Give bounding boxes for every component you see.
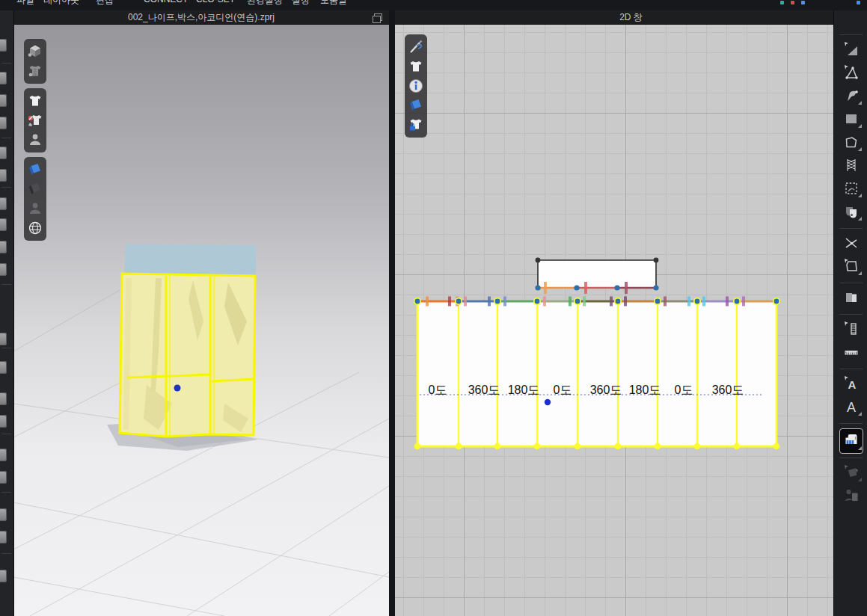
edit-curvature-tool[interactable] [834,85,867,108]
window-3d-titlebar[interactable]: 002_나이프,박스,아코디언(연습).zprj [13,10,389,25]
subtool-marker [858,147,862,151]
trace-tool[interactable] [834,178,867,201]
subtool-marker [858,217,862,221]
dock-separator [1,492,11,493]
view-toolbar-group [405,34,427,138]
clipped-tool-icon[interactable] [0,449,7,461]
clipped-tool-icon[interactable] [0,197,7,210]
menu-item[interactable]: 레이아웃 [43,0,79,7]
left-tool-dock [0,10,14,616]
pin-garment-icon[interactable] [25,111,45,130]
clipped-tool-icon[interactable] [0,361,7,374]
menu-item[interactable]: CLO-SET [196,0,235,4]
avatar-ghost-icon[interactable] [25,199,45,218]
svg-text:A: A [846,400,855,415]
dock-separator [1,434,11,434]
avatar-icon[interactable] [25,130,45,150]
right-tool-column: AA [833,10,867,616]
garment-icon[interactable] [25,91,45,111]
toolbar-separator [839,369,863,369]
clipped-tool-icon[interactable] [0,392,7,405]
dock-separator [1,187,11,188]
clipped-menu-icon [801,1,805,4]
dock-separator [1,138,11,138]
menu-item[interactable]: 환경설정 [247,0,283,7]
menu-bar: 파일레이아웃편집CONNECTCLO-SET환경설정설정도움말 [0,0,867,10]
clipped-tool-icon[interactable] [0,471,7,484]
rectangle-tool[interactable] [834,108,867,132]
fabric-front-icon[interactable] [25,160,45,179]
menu-item[interactable]: 설정 [292,0,310,7]
toolbar-separator [839,458,863,458]
clipped-menu-icon [791,1,794,4]
edit-pattern-tool[interactable] [834,62,867,85]
globe-icon[interactable] [25,218,45,238]
clipped-tool-icon[interactable] [0,570,7,582]
dock-separator [1,553,11,554]
subtool-marker [858,194,862,197]
viewport-2d[interactable] [395,24,833,616]
view-toolbar-group [24,39,46,84]
toolbar-separator [839,228,863,229]
pleats-sewing-tool[interactable] [834,428,867,454]
viewport-3d[interactable] [13,24,389,616]
window-2d-titlebar[interactable]: 2D 창 [395,10,867,25]
clipped-tool-icon[interactable] [0,531,7,543]
clipped-tool-icon[interactable] [0,72,7,84]
subtool-marker [858,101,862,105]
float-window-icon[interactable] [374,13,382,21]
toolbar-3d-view [24,39,46,241]
unfold-tool[interactable] [834,287,867,310]
clipped-tool-icon[interactable] [0,94,7,107]
subtool-marker [858,271,862,275]
toolbar-separator [839,423,863,424]
clipped-tool-icon[interactable] [0,117,7,129]
lacing-tool[interactable] [834,155,867,178]
window-2d-title: 2D 창 [395,10,867,24]
clone-pattern-tool[interactable] [834,201,867,224]
menu-item[interactable]: 편집 [96,0,114,7]
dock-separator [1,284,11,285]
transform-pattern-tool[interactable] [834,39,867,62]
avatar-fit-tool [834,485,867,508]
subtool-marker [858,412,862,416]
lock-garment-icon[interactable] [406,115,426,135]
textured-garment-icon[interactable] [25,61,45,81]
clipped-tool-icon[interactable] [0,218,7,231]
fabric-front-icon[interactable] [406,96,426,115]
needle-icon[interactable] [406,37,426,57]
menu-item[interactable]: 파일 [16,0,34,7]
toolbar-separator [839,283,863,283]
svg-text:A: A [848,378,856,391]
dock-separator [1,348,11,348]
edit-measurement-tool[interactable] [834,318,867,342]
cube-view-icon[interactable] [25,42,45,61]
view-toolbar-group [24,157,46,241]
edit-annotation-tool[interactable]: A [834,373,867,396]
toolbar-2d-view [405,34,427,138]
menu-item[interactable]: CONNECT [144,0,188,4]
view-toolbar-group [24,88,46,153]
clipped-tool-icon[interactable] [0,263,7,276]
garment-icon[interactable] [406,57,426,76]
clipped-tool-icon[interactable] [0,147,7,159]
clipped-tool-icon[interactable] [0,169,7,182]
subtool-marker [858,446,862,450]
info-icon[interactable] [406,76,426,96]
measure-tool[interactable] [834,342,867,365]
clipped-tool-icon[interactable] [0,508,7,521]
clipped-tool-icon[interactable] [0,39,7,52]
subtool-marker [858,124,862,128]
trace-outline-tool[interactable] [834,256,867,279]
clipped-tool-icon[interactable] [0,415,7,428]
clipped-tool-icon[interactable] [0,241,7,253]
subtool-marker [858,478,862,481]
clipped-tool-icon[interactable] [0,333,7,345]
window-separator[interactable] [389,10,395,616]
annotation-tool[interactable]: A [834,396,867,419]
seam-cut-tool[interactable] [834,232,867,256]
menu-item[interactable]: 도움말 [320,0,347,7]
fabric-back-icon[interactable] [25,179,45,199]
polygon-tool[interactable] [834,132,867,155]
flatten-tool [834,462,867,485]
